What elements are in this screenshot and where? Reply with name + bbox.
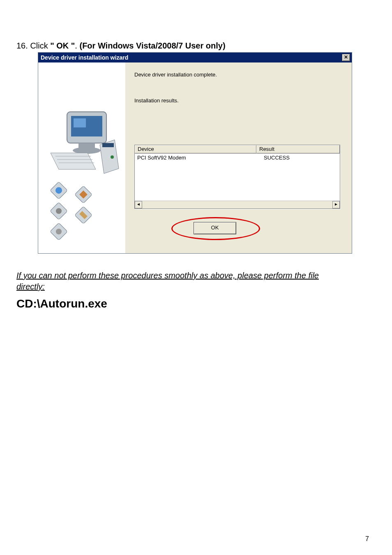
dialog-body: Device driver installation complete. Ins… (38, 62, 352, 253)
step-verb: Click (30, 41, 50, 50)
dialog-title: Device driver installation wizard (41, 54, 128, 61)
horizontal-scrollbar[interactable]: ◄ ► (135, 201, 340, 208)
close-icon[interactable]: ✕ (342, 54, 350, 61)
ok-button[interactable]: OK (194, 222, 236, 234)
wizard-side-graphic (38, 62, 125, 253)
scroll-right-icon[interactable]: ► (332, 201, 340, 208)
svg-rect-8 (102, 143, 114, 147)
note-line1: If you can not perform these procedures … (16, 271, 319, 280)
note-line2: directly: (16, 282, 45, 291)
cell-result: SUCCESS (261, 155, 340, 161)
install-wizard-dialog: Device driver installation wizard ✕ (38, 52, 352, 254)
computer-hardware-icon (38, 62, 125, 253)
dialog-main-pane: Device driver installation complete. Ins… (125, 62, 352, 253)
scroll-left-icon[interactable]: ◄ (135, 201, 142, 208)
results-header: Device Result (135, 145, 340, 154)
step-number: 16. (16, 41, 28, 50)
step-period: . (75, 41, 79, 50)
svg-rect-2 (74, 118, 86, 127)
install-results-label: Installation results. (134, 97, 340, 104)
dialog-titlebar: Device driver installation wizard ✕ (38, 53, 352, 62)
page-number: 7 (365, 535, 369, 543)
cd-autorun-path: CD:\Autorun.exe (16, 297, 376, 310)
dialog-button-row: OK (134, 219, 340, 238)
results-listview[interactable]: Device Result PCI SoftV92 Modem SUCCESS … (134, 145, 340, 209)
step-instruction: 16. Click " OK ". (For Windows Vista/200… (16, 41, 376, 51)
column-result[interactable]: Result (256, 145, 340, 153)
step-paren: (For Windows Vista/2008/7 User only) (79, 41, 225, 50)
table-row[interactable]: PCI SoftV92 Modem SUCCESS (135, 154, 340, 162)
svg-point-9 (111, 155, 114, 159)
column-device[interactable]: Device (135, 145, 256, 153)
step-quoted: " OK " (50, 41, 75, 50)
manual-run-note: If you can not perform these procedures … (16, 270, 376, 292)
cell-device: PCI SoftV92 Modem (135, 155, 261, 161)
document-page: 16. Click " OK ". (For Windows Vista/200… (0, 0, 392, 555)
install-complete-text: Device driver installation complete. (134, 72, 340, 78)
